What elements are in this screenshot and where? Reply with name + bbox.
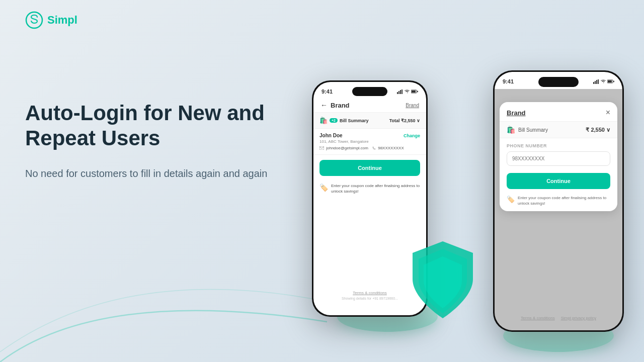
svg-rect-11 (596, 80, 597, 84)
coupon-section-left: 🏷️ Enter your coupon code after finalisi… (313, 181, 426, 196)
phone-number-label: PHONE NUMBER (507, 143, 610, 148)
svg-rect-12 (598, 79, 599, 84)
address-line: 101, ABC Tower, Bangalore (319, 139, 420, 144)
back-arrow-left[interactable]: ← (320, 101, 328, 109)
status-icons-right (593, 79, 614, 84)
curve-decoration (0, 211, 327, 362)
bill-summary-left: 🛍️ +2 Bill Summary (319, 117, 369, 124)
brand-top-label: Brand (406, 103, 419, 108)
phone-number-input[interactable] (507, 151, 610, 166)
svg-rect-3 (400, 90, 401, 94)
continue-button-right[interactable]: Continue (507, 173, 610, 189)
battery-icon-left (411, 89, 418, 94)
phones-container: 9:41 ← Brand Brand 🛍️ +2 (292, 0, 644, 362)
continue-button-left[interactable]: Continue (319, 160, 420, 176)
phone-left-title: Brand (331, 102, 350, 109)
simpl-logo-icon (25, 11, 43, 29)
close-icon[interactable]: × (606, 108, 610, 117)
logo-text: Simpl (47, 14, 77, 27)
bill-total: Total ₹2,550 ∨ (389, 118, 420, 123)
dynamic-island-right (538, 77, 579, 87)
signal-icon-right (593, 79, 599, 84)
dynamic-island-left (352, 87, 387, 96)
signal-icon-left (397, 89, 403, 94)
footer-right: Terms & conditions Simpl privacy policy (495, 316, 622, 320)
terms-right[interactable]: Terms & conditions (521, 316, 555, 320)
phone-right-screen: 9:41 Brand × 🛍️ (495, 72, 622, 330)
svg-rect-2 (398, 91, 399, 94)
svg-rect-10 (595, 81, 596, 84)
time-right: 9:41 (503, 78, 514, 84)
shield-icon (408, 239, 478, 322)
user-email: johndoe@getsimpl.com (319, 146, 368, 150)
bill-left-right: 🛍️ Bill Summary (507, 126, 548, 134)
user-phone: 98XXXXXXXX (372, 146, 404, 150)
svg-rect-9 (593, 82, 594, 84)
coupon-icon-right: 🏷️ (507, 196, 515, 203)
coupon-icon-left: 🏷️ (319, 184, 328, 192)
change-button[interactable]: Change (404, 133, 420, 138)
logo: Simpl (25, 11, 77, 29)
svg-rect-15 (613, 81, 614, 82)
svg-rect-14 (608, 80, 612, 82)
coupon-section-right: 🏷️ Enter your coupon code after finalisi… (500, 192, 617, 211)
svg-rect-7 (417, 91, 418, 93)
headline: Auto-Login for New and Repeat Users (25, 101, 307, 151)
coupon-text-left: Enter your coupon code after finalising … (331, 183, 420, 194)
bill-label-right: Bill Summary (518, 127, 548, 133)
email-icon (319, 146, 324, 150)
wifi-icon-left (405, 89, 410, 94)
svg-rect-4 (401, 89, 403, 94)
phone-input-section: PHONE NUMBER (500, 138, 617, 170)
bill-row-right[interactable]: 🛍️ Bill Summary ₹ 2,550 ∨ (500, 122, 617, 138)
phone-right: 9:41 Brand × 🛍️ (493, 70, 624, 332)
modal-right: Brand × 🛍️ Bill Summary ₹ 2,550 ∨ PHONE … (500, 102, 617, 211)
bill-amount-right: ₹ 2,550 ∨ (586, 127, 610, 133)
modal-title: Brand (507, 109, 526, 117)
phone-left-header-left: ← Brand (320, 101, 350, 109)
svg-rect-1 (397, 92, 398, 94)
badge-count: +2 (330, 118, 338, 123)
name-row: John Doe Change (319, 133, 420, 138)
bill-summary-bar-left[interactable]: 🛍️ +2 Bill Summary Total ₹2,550 ∨ (313, 113, 426, 129)
wifi-icon-right (601, 79, 606, 83)
address-section: John Doe Change 101, ABC Tower, Bangalor… (313, 129, 426, 155)
modal-header: Brand × (500, 102, 617, 122)
status-icons-left (397, 89, 418, 94)
phone-icon-left (372, 146, 376, 150)
bill-summary-text: Bill Summary (340, 118, 369, 123)
svg-rect-6 (412, 90, 416, 93)
battery-icon-right (607, 79, 614, 83)
coupon-text-right: Enter your coupon code after finalising … (518, 195, 610, 206)
user-name: John Doe (319, 133, 343, 138)
svg-rect-8 (319, 146, 324, 150)
time-left: 9:41 (321, 88, 333, 95)
svg-point-0 (26, 12, 42, 28)
privacy-right[interactable]: Simpl privacy policy (561, 316, 596, 320)
hero-content: Auto-Login for New and Repeat Users No n… (25, 101, 307, 182)
subtext: No need for customers to fill in details… (25, 165, 307, 182)
phone-left-header: ← Brand Brand (313, 99, 426, 113)
contact-row: johndoe@getsimpl.com 98XXXXXXXX (319, 146, 420, 150)
